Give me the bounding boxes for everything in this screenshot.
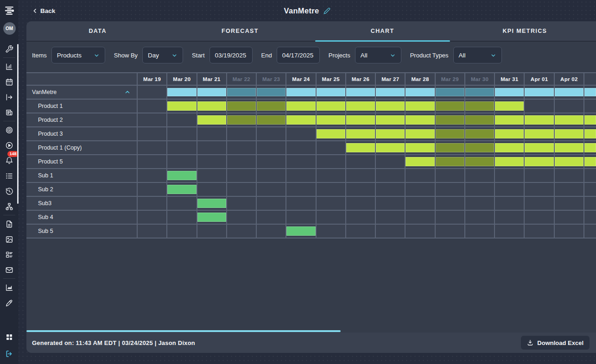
gantt-bar-segment[interactable]: [495, 101, 524, 111]
gantt-bar-segment[interactable]: [376, 115, 405, 125]
gantt-row-label[interactable]: Product 1 (Copy): [26, 141, 138, 155]
gantt-bar-segment[interactable]: [227, 115, 256, 125]
start-date-input[interactable]: 03/19/2025: [209, 47, 253, 63]
gantt-row-label[interactable]: Product 3: [26, 127, 138, 141]
gantt-bar-segment[interactable]: [555, 157, 583, 166]
collapse-chevron-up-icon[interactable]: [124, 89, 131, 95]
download-excel-button[interactable]: Download Excel: [521, 336, 590, 350]
end-date-input[interactable]: 04/17/2025: [277, 47, 320, 63]
gantt-bar-segment[interactable]: [584, 129, 596, 138]
area-chart-icon[interactable]: [0, 280, 19, 295]
gantt-bar-segment[interactable]: [465, 115, 494, 125]
gantt-bar-segment[interactable]: [197, 199, 226, 208]
gantt-bar-segment[interactable]: [495, 143, 524, 152]
gantt-bar-segment[interactable]: [317, 101, 345, 111]
gantt-bar-segment[interactable]: [346, 143, 375, 152]
gantt-row-label[interactable]: Sub 2: [26, 183, 138, 197]
tab-chart[interactable]: CHART: [311, 21, 454, 41]
history-icon[interactable]: [0, 183, 19, 199]
gantt-bar-segment[interactable]: [376, 101, 405, 111]
gantt-bar-segment[interactable]: [376, 88, 405, 96]
chart-bars-icon[interactable]: [0, 59, 19, 74]
tab-kpi-metrics[interactable]: KPI METRICS: [454, 21, 596, 41]
gantt-bar-segment[interactable]: [317, 129, 345, 138]
gantt-bar-segment[interactable]: [584, 143, 596, 152]
gantt-row-label[interactable]: Sub 1: [26, 169, 138, 183]
gantt-bar-segment[interactable]: [197, 213, 226, 222]
gantt-bar-segment[interactable]: [197, 115, 226, 125]
apps-grid-icon[interactable]: [0, 329, 19, 345]
gantt-bar-segment[interactable]: [584, 157, 596, 166]
gantt-bar-segment[interactable]: [167, 171, 196, 180]
gantt-bar-segment[interactable]: [436, 157, 464, 166]
gantt-bar-segment[interactable]: [525, 88, 553, 96]
gantt-bar-segment[interactable]: [286, 101, 315, 111]
gantt-bar-segment[interactable]: [257, 115, 285, 125]
newspaper-icon[interactable]: [0, 105, 19, 120]
logout-icon[interactable]: [0, 345, 19, 362]
gantt-row-label[interactable]: VanMetre: [26, 86, 138, 100]
sidebar-scrollbar[interactable]: [17, 44, 19, 204]
document-icon[interactable]: [0, 216, 19, 232]
gantt-bar-segment[interactable]: [465, 143, 494, 152]
avatar[interactable]: OM: [3, 22, 16, 35]
items-select[interactable]: Products: [51, 47, 105, 63]
gantt-bar-segment[interactable]: [167, 88, 196, 96]
export-arrow-icon[interactable]: [0, 89, 19, 105]
gantt-bar-segment[interactable]: [317, 115, 345, 125]
gantt-bar-segment[interactable]: [346, 101, 375, 111]
gantt-bar-segment[interactable]: [227, 101, 256, 111]
gantt-bar-segment[interactable]: [525, 129, 553, 138]
gantt-bar-segment[interactable]: [436, 115, 464, 125]
tab-data[interactable]: DATA: [26, 21, 169, 41]
gantt-bar-segment[interactable]: [555, 129, 583, 138]
gantt-bar-segment[interactable]: [346, 115, 375, 125]
product-types-select[interactable]: All: [453, 47, 502, 63]
gantt-bar-segment[interactable]: [465, 157, 494, 166]
gantt-row-label[interactable]: Product 2: [26, 113, 138, 127]
gantt-bar-segment[interactable]: [346, 88, 375, 96]
gantt-bar-segment[interactable]: [495, 88, 524, 96]
gantt-bar-segment[interactable]: [436, 129, 464, 138]
gantt-bar-segment[interactable]: [436, 101, 464, 111]
gantt-bar-segment[interactable]: [495, 115, 524, 125]
gantt-bar-segment[interactable]: [555, 88, 583, 96]
gantt-row-label[interactable]: Sub 4: [26, 211, 138, 225]
tab-forecast[interactable]: FORECAST: [169, 21, 311, 41]
gantt-bar-segment[interactable]: [406, 101, 434, 111]
brush-icon[interactable]: [0, 295, 19, 310]
gantt-bar-segment[interactable]: [286, 115, 315, 125]
scrollbar-thumb[interactable]: [26, 330, 341, 332]
app-logo-icon[interactable]: [3, 5, 15, 17]
gantt-bar-segment[interactable]: [495, 157, 524, 166]
envelope-icon[interactable]: [0, 262, 19, 277]
gantt-bar-segment[interactable]: [346, 129, 375, 138]
gantt-bar-segment[interactable]: [525, 157, 553, 166]
calendar-icon[interactable]: [0, 74, 19, 89]
gantt-bar-segment[interactable]: [436, 143, 464, 152]
gantt-bar-segment[interactable]: [584, 115, 596, 125]
gantt-bar-segment[interactable]: [465, 101, 494, 111]
gantt-bar-segment[interactable]: [436, 88, 464, 96]
edit-title-icon[interactable]: [323, 7, 330, 14]
gantt-row-label[interactable]: Sub 5: [26, 225, 138, 238]
back-button[interactable]: Back: [32, 7, 55, 14]
gantt-bar-segment[interactable]: [555, 143, 583, 152]
gantt-bar-segment[interactable]: [406, 157, 434, 166]
gantt-bar-segment[interactable]: [167, 185, 196, 194]
gantt-bar-segment[interactable]: [376, 129, 405, 138]
gantt-row-label[interactable]: Sub3: [26, 197, 138, 211]
gantt-row-label[interactable]: Product 5: [26, 155, 138, 169]
gantt-bar-segment[interactable]: [286, 226, 315, 236]
gantt-bar-segment[interactable]: [525, 143, 553, 152]
form-layout-icon[interactable]: [0, 247, 19, 262]
gantt-bar-segment[interactable]: [555, 115, 583, 125]
wrench-icon[interactable]: [0, 41, 19, 56]
gantt-bar-segment[interactable]: [406, 88, 434, 96]
gantt-bar-segment[interactable]: [257, 101, 285, 111]
gantt-row-label[interactable]: Product 1: [26, 100, 138, 113]
gantt-bar-segment[interactable]: [406, 129, 434, 138]
gantt-bar-segment[interactable]: [406, 115, 434, 125]
gantt-bar-segment[interactable]: [227, 88, 256, 96]
gantt-bar-segment[interactable]: [197, 88, 226, 96]
